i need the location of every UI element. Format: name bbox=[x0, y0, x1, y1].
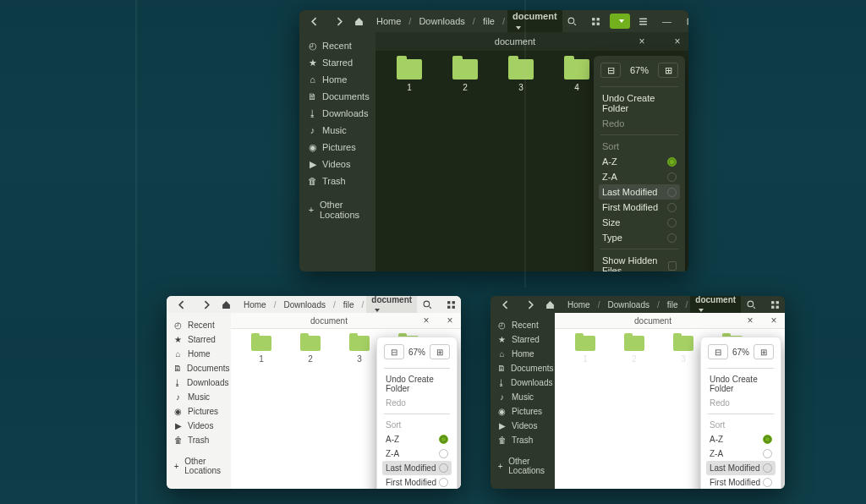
sidebar-item-home[interactable]: ⌂Home bbox=[167, 347, 231, 361]
sidebar-item-music[interactable]: ♪Music bbox=[491, 390, 555, 404]
sort-za[interactable]: Z-A bbox=[599, 169, 680, 184]
folder-item[interactable]: 1 bbox=[244, 336, 278, 364]
folder-item[interactable]: 3 bbox=[343, 336, 376, 364]
sidebar-item-pictures[interactable]: ◉Pictures bbox=[491, 404, 555, 419]
crumb-file[interactable]: file bbox=[662, 299, 683, 311]
menu-undo[interactable]: Undo Create Folder bbox=[382, 372, 452, 396]
folder-item[interactable]: 1 bbox=[568, 336, 602, 364]
sort-az[interactable]: A-Z bbox=[706, 432, 776, 446]
crumb-downloads[interactable]: Downloads bbox=[278, 299, 330, 311]
forward-button[interactable] bbox=[519, 297, 540, 312]
crumb-home[interactable]: Home bbox=[562, 299, 595, 311]
sort-first-modified[interactable]: First Modified bbox=[599, 200, 680, 215]
sidebar-item-documents[interactable]: 🗎Documents bbox=[167, 361, 231, 375]
grid-view-button[interactable] bbox=[586, 14, 606, 29]
tab-close-button[interactable]: × bbox=[636, 36, 648, 47]
sidebar-item-starred[interactable]: ★Starred bbox=[299, 54, 375, 71]
menu-show-hidden[interactable]: Show Hidden Files bbox=[599, 253, 680, 271]
tab-close-button[interactable]: × bbox=[420, 315, 432, 326]
sort-first-modified[interactable]: First Modified bbox=[382, 475, 452, 489]
sidebar-item-starred[interactable]: ★Starred bbox=[167, 332, 231, 347]
crumb-file[interactable]: file bbox=[478, 14, 500, 28]
sort-type[interactable]: Type bbox=[599, 230, 680, 245]
sort-first-modified[interactable]: First Modified bbox=[706, 475, 776, 489]
sort-za[interactable]: Z-A bbox=[382, 446, 452, 461]
zoom-in-button[interactable]: ⊞ bbox=[754, 344, 774, 359]
sidebar-item-downloads[interactable]: ⭳Downloads bbox=[167, 375, 231, 390]
sidebar-item-trash[interactable]: 🗑Trash bbox=[167, 433, 231, 447]
home-icon[interactable] bbox=[540, 297, 560, 312]
sidebar-item-videos[interactable]: ▶Videos bbox=[299, 156, 375, 173]
sidebar-item-recent[interactable]: ◴Recent bbox=[167, 318, 231, 332]
sort-az[interactable]: A-Z bbox=[382, 432, 452, 446]
sidebar-item-pictures[interactable]: ◉Pictures bbox=[167, 404, 231, 419]
sidebar-item-documents[interactable]: 🗎Documents bbox=[299, 88, 375, 105]
sidebar-item-recent[interactable]: ◴Recent bbox=[299, 37, 375, 54]
crumb-downloads[interactable]: Downloads bbox=[602, 299, 654, 311]
crumb-home[interactable]: Home bbox=[238, 299, 271, 311]
tab-close-button[interactable]: × bbox=[744, 315, 756, 326]
tab-add-button[interactable]: × bbox=[671, 36, 683, 47]
sidebar-item-trash[interactable]: 🗑Trash bbox=[491, 433, 555, 447]
hamburger-menu-button[interactable] bbox=[633, 14, 654, 29]
tab-add-button[interactable]: × bbox=[444, 315, 456, 326]
crumb-document[interactable]: document bbox=[507, 10, 562, 33]
folder-item[interactable]: 2 bbox=[617, 336, 651, 364]
back-button[interactable] bbox=[304, 14, 325, 29]
sidebar-item-videos[interactable]: ▶Videos bbox=[167, 419, 231, 433]
home-icon[interactable] bbox=[216, 297, 236, 312]
back-button[interactable] bbox=[172, 297, 192, 312]
sidebar-item-downloads[interactable]: ⭳Downloads bbox=[491, 375, 555, 390]
sort-az[interactable]: A-Z bbox=[599, 154, 680, 169]
sidebar-item-starred[interactable]: ★Starred bbox=[491, 332, 555, 347]
folder-item[interactable]: 3 bbox=[666, 336, 700, 364]
menu-undo[interactable]: Undo Create Folder bbox=[599, 90, 680, 116]
grid-view-button[interactable] bbox=[765, 297, 785, 312]
sidebar-item-music[interactable]: ♪Music bbox=[167, 390, 231, 404]
sidebar-item-other-locations[interactable]: +Other Locations bbox=[299, 196, 375, 223]
view-options-button[interactable] bbox=[610, 14, 630, 29]
back-button[interactable] bbox=[496, 297, 516, 312]
folder-item[interactable]: 1 bbox=[392, 59, 426, 92]
minimize-button[interactable]: — bbox=[657, 14, 677, 29]
forward-button[interactable] bbox=[328, 14, 348, 29]
menu-undo[interactable]: Undo Create Folder bbox=[706, 372, 776, 396]
folder-item[interactable]: 4 bbox=[560, 59, 594, 92]
forward-button[interactable] bbox=[195, 297, 216, 312]
maximize-button[interactable] bbox=[681, 14, 688, 29]
folder-item[interactable]: 2 bbox=[448, 59, 482, 92]
sort-last-modified[interactable]: Last Modified bbox=[382, 461, 452, 475]
tab-add-button[interactable]: × bbox=[768, 315, 780, 326]
sort-size[interactable]: Size bbox=[599, 215, 680, 230]
sidebar-item-recent[interactable]: ◴Recent bbox=[491, 318, 555, 332]
sort-last-modified[interactable]: Last Modified bbox=[599, 184, 680, 200]
sidebar-item-documents[interactable]: 🗎Documents bbox=[491, 361, 555, 375]
sidebar-item-other-locations[interactable]: +Other Locations bbox=[167, 454, 231, 478]
sidebar-item-pictures[interactable]: ◉Pictures bbox=[299, 139, 375, 156]
tab-document[interactable]: document bbox=[495, 36, 535, 47]
home-icon[interactable] bbox=[348, 14, 369, 29]
zoom-in-button[interactable]: ⊞ bbox=[658, 63, 678, 78]
sidebar-item-downloads[interactable]: ⭳Downloads bbox=[299, 105, 375, 122]
sidebar-item-videos[interactable]: ▶Videos bbox=[491, 419, 555, 433]
tab-document[interactable]: document bbox=[634, 316, 671, 326]
crumb-file[interactable]: file bbox=[338, 299, 359, 311]
crumb-downloads[interactable]: Downloads bbox=[414, 14, 469, 28]
search-button[interactable] bbox=[741, 297, 761, 312]
sidebar-item-music[interactable]: ♪Music bbox=[299, 122, 375, 139]
search-button[interactable] bbox=[417, 297, 437, 312]
grid-view-button[interactable] bbox=[441, 297, 461, 312]
crumb-home[interactable]: Home bbox=[371, 14, 406, 28]
sidebar-item-other-locations[interactable]: +Other Locations bbox=[491, 454, 555, 478]
sort-za[interactable]: Z-A bbox=[706, 446, 776, 461]
tab-document[interactable]: document bbox=[310, 316, 348, 326]
folder-item[interactable]: 3 bbox=[504, 59, 538, 92]
search-button[interactable] bbox=[562, 14, 583, 29]
sort-last-modified[interactable]: Last Modified bbox=[706, 461, 776, 475]
sidebar-item-trash[interactable]: 🗑Trash bbox=[299, 173, 375, 189]
sidebar-item-home[interactable]: ⌂Home bbox=[299, 71, 375, 88]
zoom-in-button[interactable]: ⊞ bbox=[430, 344, 450, 359]
zoom-out-button[interactable]: ⊟ bbox=[600, 63, 621, 78]
folder-item[interactable]: 2 bbox=[293, 336, 327, 364]
zoom-out-button[interactable]: ⊟ bbox=[384, 344, 404, 359]
